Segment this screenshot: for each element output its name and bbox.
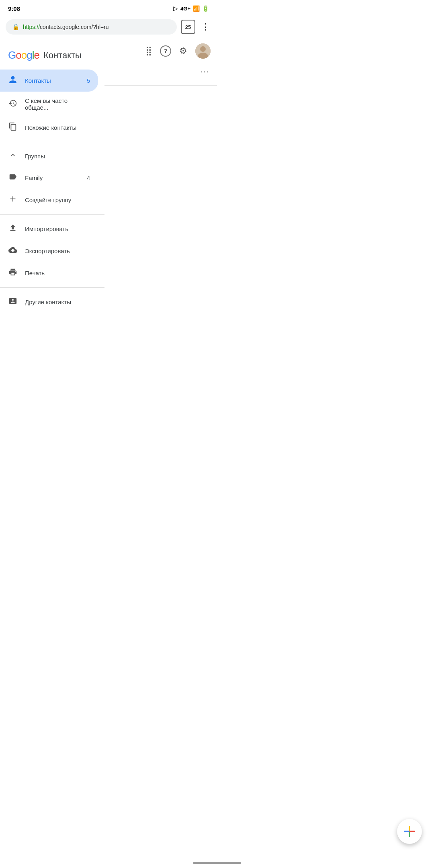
main-more-button[interactable]: ⋮ [199, 68, 210, 76]
nav-item-create-group[interactable]: Создайте группу [0, 189, 98, 211]
main-divider [104, 85, 217, 86]
family-label: Family [25, 174, 80, 181]
print-label: Печать [25, 270, 90, 276]
tab-count-button[interactable]: 25 [181, 20, 195, 34]
status-time: 9:08 [8, 5, 20, 12]
export-label: Экспортировать [25, 248, 90, 254]
status-icons: ▷ 4G+ 📶 🔋 [173, 5, 209, 12]
other-contacts-icon [8, 297, 18, 307]
person-icon [8, 75, 18, 86]
nav-item-import[interactable]: Импортировать [0, 218, 98, 240]
address-bar: 🔒 https://contacts.google.com/?hl=ru 25 … [0, 16, 217, 38]
divider-2 [0, 214, 104, 215]
lock-icon: 🔒 [12, 23, 20, 31]
sidebar: Google Контакты Контакты 5 С кем вы част… [0, 38, 104, 424]
nav-item-contacts[interactable]: Контакты 5 [0, 70, 98, 92]
url-bar[interactable]: 🔒 https://contacts.google.com/?hl=ru [6, 19, 177, 35]
other-contacts-label: Другие контакты [25, 299, 90, 305]
nav-item-print[interactable]: Печать [0, 262, 98, 284]
nav-item-export[interactable]: Экспортировать [0, 240, 98, 262]
add-icon [8, 194, 18, 205]
app-container: ⣿ ? ⚙ ⋮ Google Контакты Контакты [0, 38, 217, 424]
nav-item-similar[interactable]: Похожие контакты [0, 117, 98, 139]
url-protocol: https:// [23, 24, 40, 30]
contacts-label: Контакты [25, 77, 80, 84]
import-icon [8, 223, 18, 234]
label-icon [8, 172, 18, 183]
notification-icon: ▷ [173, 5, 178, 12]
svg-point-1 [200, 46, 206, 52]
browser-more-button[interactable]: ⋮ [199, 20, 211, 34]
print-icon [8, 268, 18, 278]
nav-item-other-contacts[interactable]: Другие контакты [0, 291, 98, 313]
export-icon [8, 246, 18, 256]
import-label: Импортировать [25, 225, 90, 232]
groups-label: Группы [25, 153, 45, 160]
frequent-label: С кем вы часто общае... [25, 97, 90, 111]
network-type: 4G+ [180, 6, 190, 12]
google-logo: Google [8, 49, 39, 61]
apps-icon[interactable]: ⣿ [145, 46, 152, 56]
family-badge: 4 [87, 175, 90, 181]
help-icon[interactable]: ? [160, 45, 171, 57]
create-group-label: Создайте группу [25, 197, 90, 203]
copy-icon [8, 122, 18, 133]
url-domain: contacts.google.com/?hl=ru [40, 24, 109, 30]
battery-icon: 🔋 [202, 5, 209, 12]
avatar[interactable] [195, 43, 211, 59]
divider-1 [0, 142, 104, 142]
groups-header[interactable]: Группы [0, 145, 104, 167]
top-toolbar: ⣿ ? ⚙ [104, 38, 217, 64]
history-icon [8, 99, 18, 110]
app-title: Контакты [43, 50, 82, 61]
nav-item-family[interactable]: Family 4 [0, 167, 98, 189]
status-bar: 9:08 ▷ 4G+ 📶 🔋 [0, 0, 217, 16]
nav-item-frequent[interactable]: С кем вы часто общае... [0, 92, 98, 117]
divider-3 [0, 287, 104, 288]
contacts-badge: 5 [87, 78, 90, 84]
signal-icon: 📶 [193, 5, 200, 12]
brand-header: Google Контакты [0, 38, 104, 70]
similar-label: Похожие контакты [25, 124, 90, 131]
chevron-up-icon [8, 151, 18, 161]
settings-icon[interactable]: ⚙ [179, 46, 187, 56]
url-text: https://contacts.google.com/?hl=ru [23, 24, 109, 30]
